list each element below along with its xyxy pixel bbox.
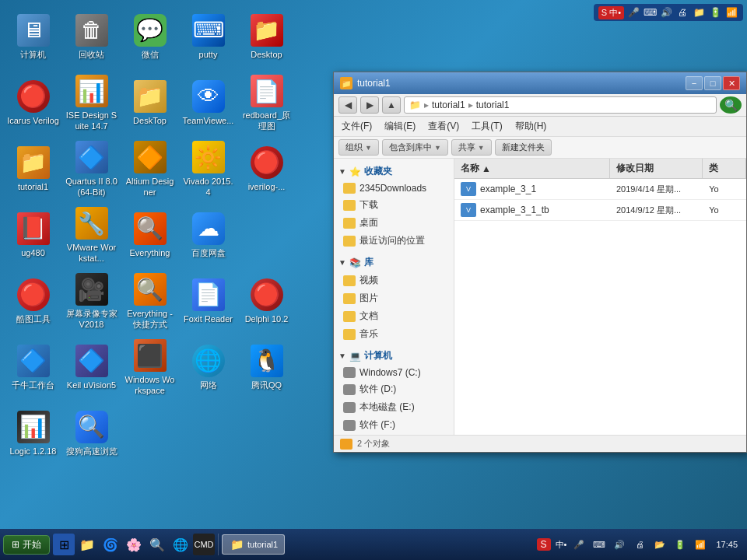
ql-ie-icon[interactable]: 🌐 bbox=[170, 534, 191, 555]
toolbar-share[interactable]: 共享 ▼ bbox=[451, 139, 492, 156]
tray-volume[interactable]: 🔊 bbox=[659, 5, 673, 19]
desktop-icon-wechat[interactable]: 💬 微信 bbox=[121, 4, 179, 70]
desktop-icon-qq[interactable]: 🐧 腾讯QQ bbox=[237, 334, 296, 401]
ime-button[interactable]: S bbox=[537, 538, 551, 551]
sidebar-item-download[interactable]: 下载 bbox=[334, 196, 454, 214]
ql-windows-icon[interactable]: ⊞ bbox=[53, 534, 75, 555]
sidebar-item-recent[interactable]: 最近访问的位置 bbox=[334, 232, 454, 250]
tray-net-icon[interactable]: 📶 bbox=[693, 537, 708, 552]
sidebar-favorites-header[interactable]: ▼ ⭐ 收藏夹 bbox=[334, 163, 454, 180]
tray-folder-icon[interactable]: 📂 bbox=[652, 537, 668, 552]
maximize-button[interactable]: □ bbox=[704, 76, 721, 90]
col-name[interactable]: 名称 ▲ bbox=[454, 159, 610, 178]
sidebar-item-d-drive[interactable]: 软件 (D:) bbox=[334, 380, 454, 398]
sidebar-library-header[interactable]: ▼ 📚 库 bbox=[334, 254, 454, 271]
desktop-icon-vmware[interactable]: 🔧 VMware Workstat... bbox=[62, 202, 121, 268]
desktop-icon-evfast[interactable]: 🔍 Everything - 快捷方式 bbox=[121, 268, 179, 334]
menu-edit[interactable]: 编辑(E) bbox=[381, 118, 419, 135]
sidebar-item-downloads[interactable]: 2345Downloads bbox=[334, 180, 454, 196]
tray-mic-icon[interactable]: 🎤 bbox=[571, 537, 587, 552]
tray-print-icon[interactable]: 🖨 bbox=[632, 537, 647, 552]
sidebar-item-c-drive[interactable]: Windows7 (C:) bbox=[334, 365, 454, 380]
desktop-icon-label: tutorial1 bbox=[18, 182, 48, 192]
tray-folder[interactable]: 📁 bbox=[692, 5, 706, 19]
desktop-icon-desktop[interactable]: 📁 Desktop bbox=[237, 4, 296, 70]
ql-baidu-icon[interactable]: 🌸 bbox=[123, 534, 145, 555]
desktop-icon-recycle[interactable]: 🗑 回收站 bbox=[62, 4, 121, 70]
ql-search-icon[interactable]: 🔍 bbox=[146, 534, 168, 555]
table-row[interactable]: V example_3_1_tb 2014/9/12 星期... Yo bbox=[454, 200, 746, 221]
desktop-icon-vivado[interactable]: 🔆 Vivado 2015.4 bbox=[179, 136, 237, 202]
sidebar-item-video[interactable]: 视频 bbox=[334, 271, 454, 289]
menu-tools[interactable]: 工具(T) bbox=[468, 118, 505, 135]
desktop-icon-quartus[interactable]: 🔷 Quartus II 8.0 (64-Bit) bbox=[62, 136, 121, 202]
desktop-icon-logic[interactable]: 📊 Logic 1.2.18 bbox=[4, 401, 62, 467]
desktop-icon-delphi[interactable]: 🔴 Delphi 10.2 bbox=[237, 268, 296, 334]
sidebar-computer-header[interactable]: ▼ 💻 计算机 bbox=[334, 347, 454, 365]
desktop-icon-screen[interactable]: 🎥 屏幕录像专家 V2018 bbox=[62, 268, 121, 334]
desktop-icon-img: 🔷 bbox=[75, 141, 108, 173]
ql-browser-icon[interactable]: 🌀 bbox=[100, 534, 121, 555]
toolbar-organize[interactable]: 组织 ▼ bbox=[338, 139, 379, 156]
desktop-icon-workspace[interactable]: ⬛ Windows Workspace bbox=[121, 334, 179, 401]
desktop-icon-keil[interactable]: 🔷 Keil uVision5 bbox=[62, 334, 121, 401]
menu-file[interactable]: 文件(F) bbox=[338, 118, 375, 135]
tray-keyboard[interactable]: ⌨ bbox=[643, 5, 657, 19]
menu-help[interactable]: 帮助(H) bbox=[512, 118, 550, 135]
close-button[interactable]: ✕ bbox=[723, 76, 740, 90]
tray-print[interactable]: 🖨 bbox=[675, 5, 689, 19]
tray-network[interactable]: 📶 bbox=[724, 5, 738, 19]
desktop-icon-ise[interactable]: 📊 ISE Design Suite 14.7 bbox=[62, 70, 121, 136]
minimize-button[interactable]: − bbox=[686, 76, 703, 90]
taskbar-item-tutorial[interactable]: 📁 tutorial1 bbox=[222, 534, 285, 555]
desktop-icon-teamviewer[interactable]: 👁 TeamViewe... bbox=[179, 70, 237, 136]
desktop-icon-redboard[interactable]: 📄 redboard_原理图 bbox=[237, 70, 296, 136]
sidebar-item-e-drive[interactable]: 本地磁盘 (E:) bbox=[334, 398, 454, 416]
desktop-icon-deskfolder[interactable]: 📁 DeskTop bbox=[121, 70, 179, 136]
address-path[interactable]: 📁 ▸ tutorial1 ▸ tutorial1 bbox=[404, 96, 717, 114]
col-date[interactable]: 修改日期 bbox=[610, 159, 703, 178]
ime-indicator[interactable]: S 中• bbox=[598, 6, 624, 19]
tray-keyboard-icon[interactable]: ⌨ bbox=[591, 537, 607, 552]
desktop-icon-foxit[interactable]: 📄 Foxit Reader bbox=[179, 268, 237, 334]
start-button[interactable]: ⊞ 开始 bbox=[3, 535, 50, 555]
desktop-icon-img: 📊 bbox=[17, 411, 50, 443]
up-button[interactable]: ▲ bbox=[382, 96, 401, 114]
ime-mode-text[interactable]: 中• bbox=[556, 539, 567, 551]
desktop-icon-img: ☁ bbox=[192, 212, 225, 245]
back-button[interactable]: ◀ bbox=[338, 96, 357, 114]
desktop-icon-altium[interactable]: 🔶 Altium Designer bbox=[121, 136, 179, 202]
table-row[interactable]: V example_3_1 2019/4/14 星期... Yo bbox=[454, 179, 746, 200]
desktop-icon-sougou[interactable]: 🔍 搜狗高速浏览 bbox=[62, 401, 121, 467]
tray-vol-icon[interactable]: 🔊 bbox=[612, 537, 627, 552]
forward-button[interactable]: ▶ bbox=[360, 96, 379, 114]
desktop-icon-tutorial[interactable]: 📁 tutorial1 bbox=[4, 136, 62, 202]
tray-battery-icon[interactable]: 🔋 bbox=[672, 537, 688, 552]
desktop-icon-putty[interactable]: ⌨ putty bbox=[179, 4, 237, 70]
path-part-2[interactable]: tutorial1 bbox=[476, 100, 510, 110]
desktop-icon-everything[interactable]: 🔍 Everything bbox=[121, 202, 179, 268]
path-part-1[interactable]: tutorial1 bbox=[432, 100, 465, 110]
sidebar-item-music[interactable]: 音乐 bbox=[334, 325, 454, 343]
desktop-icon-baidu[interactable]: ☁ 百度网盘 bbox=[179, 202, 237, 268]
desktop-icon-iverilog[interactable]: 🔴 iverilog-... bbox=[237, 136, 296, 202]
sidebar-item-docs[interactable]: 文档 bbox=[334, 307, 454, 325]
desktop-icon-network[interactable]: 🌐 网络 bbox=[179, 334, 237, 401]
menu-view[interactable]: 查看(V) bbox=[425, 118, 462, 135]
toolbar-include-library[interactable]: 包含到库中 ▼ bbox=[382, 139, 448, 156]
tray-mic[interactable]: 🎤 bbox=[626, 5, 640, 19]
desktop-icon-ug480[interactable]: 📕 ug480 bbox=[4, 202, 62, 268]
sidebar-item-desktop[interactable]: 桌面 bbox=[334, 214, 454, 232]
search-button[interactable]: 🔍 bbox=[720, 96, 742, 114]
desktop-icon-computer[interactable]: 🖥 计算机 bbox=[4, 4, 62, 70]
desktop-icon-atlas[interactable]: 🔴 酷图工具 bbox=[4, 268, 62, 334]
desktop-icon-qtools[interactable]: 🔷 千牛工作台 bbox=[4, 334, 62, 401]
ql-cmd-icon[interactable]: CMD bbox=[193, 534, 215, 555]
sidebar-item-f-drive[interactable]: 软件 (F:) bbox=[334, 416, 454, 434]
col-type[interactable]: 类 bbox=[703, 159, 746, 178]
toolbar-new-folder[interactable]: 新建文件夹 bbox=[495, 139, 552, 156]
desktop-icon-icarus[interactable]: 🔴 Icarus Verilog bbox=[4, 70, 62, 136]
tray-battery[interactable]: 🔋 bbox=[708, 5, 722, 19]
sidebar-item-pictures[interactable]: 图片 bbox=[334, 289, 454, 307]
ql-folder-icon[interactable]: 📁 bbox=[76, 534, 98, 555]
